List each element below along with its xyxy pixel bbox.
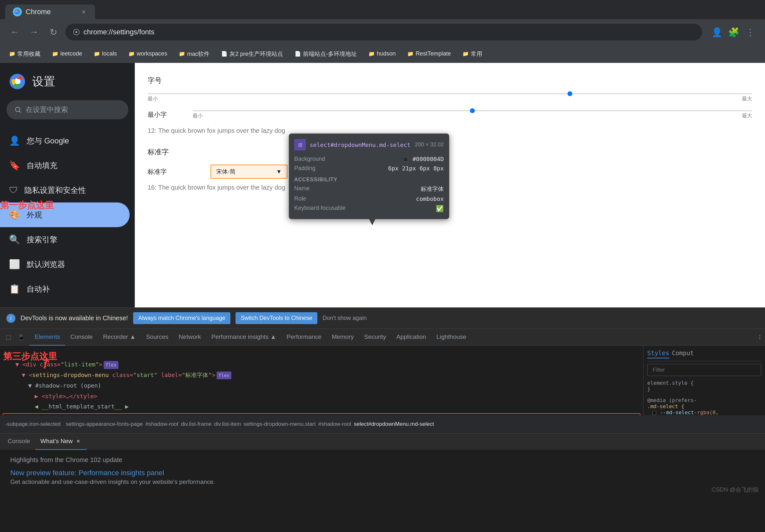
whats-new-feature: New preview feature: Performance insight… [10,469,755,485]
bookmark-item[interactable]: 📁 leetcode [49,49,85,58]
font-preview: 12: The quick brown fox jumps over the l… [148,127,752,135]
tooltip-accessibility-section: ACCESSIBILITY [294,177,444,183]
profile-button[interactable]: 👤 [710,25,724,39]
settings-page-title: 设置 [32,74,55,90]
min-label2: 最小 [193,113,203,119]
bookmark-item[interactable]: 📁 常用收藏 [6,49,43,59]
tooltip-padding-row: Padding 6px 21px 6px 8px [294,164,444,173]
nav-item-auto[interactable]: 📋 自动补 [0,276,135,301]
breadcrumb-item[interactable]: div.list-frame [181,421,212,427]
nav-bar: ← → ↻ chrome://settings/fonts 👤 🧩 ⋮ [0,19,765,45]
bookmark-item[interactable]: 📁 RestTemplate [404,49,453,58]
nav-label: 您与 Google [27,136,69,146]
breadcrumb-item[interactable]: #shadow-root [318,421,352,427]
font-select-dropdown[interactable]: 宋体-简 ▼ [211,165,288,179]
tooltip-element-icon: ⊞ [294,139,306,151]
tab-memory[interactable]: Memory [327,329,359,345]
tab-performance-insights[interactable]: Performance insights ▲ [206,329,282,345]
slider-container2: 最小 最大 [193,110,752,119]
devtools-more-btn[interactable]: ⋮ [757,334,762,340]
bookmarks-bar: 📁 常用收藏 📁 leetcode 📁 locals 📁 workspaces … [0,45,765,63]
tooltip-key-padding: Padding [294,165,316,172]
tab-close-button[interactable]: ✕ [75,438,82,444]
styles-tab-computed[interactable]: Comput [672,349,694,358]
tooltip-arrow [369,219,376,225]
bookmark-item[interactable]: 📁 hudson [366,49,398,58]
tab-sources[interactable]: Sources [141,329,174,345]
font-size-row: 最小 最大 [148,93,752,102]
settings-page-content: 字号 最小 最大 最小字 [135,63,765,307]
element-tooltip: ⊞ select#dropdownMenu.md-select 200 × 32… [289,134,449,219]
tooltip-key-bg: Background [294,156,325,162]
tab-network[interactable]: Network [174,329,206,345]
nav-item-google[interactable]: 👤 您与 Google [0,128,135,153]
switch-devtools-button[interactable]: Switch DevTools to Chinese [236,312,317,324]
reload-button[interactable]: ↻ [46,25,60,39]
active-tab[interactable]: Chrome ✕ [5,4,95,19]
devtools-panel: i DevTools is now available in Chinese! … [0,307,765,532]
forward-button[interactable]: → [27,25,41,39]
console-tab[interactable]: Console [3,433,35,450]
settings-nav: 👤 您与 Google 🔖 自动填充 🛡 隐私设置和安全性 🎨 外观 第一步点这… [0,126,135,304]
nav-item-search[interactable]: 🔍 搜索引擎 [0,227,135,252]
nav-item-privacy[interactable]: 🛡 隐私设置和安全性 [0,178,135,203]
breadcrumb-item[interactable]: #shadow-root [145,421,178,427]
device-toolbar-button[interactable]: 📱 [15,331,27,343]
filter-input[interactable] [650,365,758,374]
whats-new-tab[interactable]: What's New ✕ [35,433,87,450]
breadcrumb-item[interactable]: select#dropdownMenu.md-select [354,421,434,427]
tab-close-button[interactable]: ✕ [80,8,87,16]
styles-tab-styles[interactable]: Styles [647,349,669,358]
settings-header: 设置 [0,63,135,100]
tab-console[interactable]: Console [65,329,98,345]
breadcrumb-item[interactable]: div.list-item [214,421,241,427]
bookmark-item[interactable]: 📄 灰2 pre生产环境站点 [219,49,286,59]
tab-lighthouse[interactable]: Lighthouse [431,329,471,345]
nav-item-appearance[interactable]: 🎨 外观 第一步点这里 ↙ [0,203,130,227]
bookmark-item[interactable]: 📁 mac软件 [176,49,212,59]
whats-new-panel: Highlights from the Chrome 102 update Ne… [0,450,765,532]
tab-elements[interactable]: Elements [30,329,65,345]
always-match-button[interactable]: Always match Chrome's language [133,312,231,324]
breadcrumb-item[interactable]: settings-appearance-fonts-page [66,421,143,427]
tab-application[interactable]: Application [391,329,431,345]
nav-item-autofill[interactable]: 🔖 自动填充 [0,153,135,178]
inspect-element-button[interactable]: ⬚ [3,331,14,343]
bookmark-item[interactable]: 📁 locals [91,49,119,58]
code-line: ◀ __html_template_start__ ▶ [3,401,640,412]
menu-button[interactable]: ⋮ [743,25,757,39]
banner-text: DevTools is now available in Chinese! [21,314,128,322]
code-line: ▼ <settings-dropdown-menu class="start" … [3,370,640,380]
dots-menu[interactable]: ⋮ [3,348,640,359]
search-engine-icon: 🔍 [9,234,20,245]
privacy-icon: 🛡 [9,185,18,196]
settings-sidebar: 设置 👤 您与 Google 🔖 自动填充 🛡 隐私设置和安全性 [0,63,135,307]
breadcrumb-item[interactable]: -subpage.iron-selected [5,421,61,427]
color-swatch-small [652,411,656,415]
extensions-button[interactable]: 🧩 [726,25,741,39]
tab-performance[interactable]: Performance [282,329,327,345]
tab-security[interactable]: Security [359,329,391,345]
lock-icon [73,29,80,35]
bookmark-item[interactable]: 📁 常用 [460,49,485,59]
font-size-slider[interactable] [148,93,752,94]
tab-recorder[interactable]: Recorder ▲ [98,329,141,345]
min-font-slider[interactable] [193,110,752,111]
nav-item-default[interactable]: ⬜ 默认浏览器 [0,252,135,276]
settings-search-bar[interactable] [6,100,128,119]
watermark: CSDN @会飞的猫 [712,486,759,493]
bookmark-item[interactable]: 📁 workspaces [126,49,170,58]
devtools-icons: ⬚ 📱 [3,331,27,343]
tooltip-keyboard-row: Keyboard-focusable ✅ [294,204,444,214]
font-select-label: 标准字 [148,168,205,176]
breadcrumb-item[interactable]: settings-dropdown-menu.start [244,421,316,427]
settings-search-input[interactable] [26,106,121,114]
feature-title[interactable]: New preview feature: Performance insight… [10,469,755,477]
max-label: 最大 [742,96,752,102]
dont-show-again-button[interactable]: Don't show again [323,315,367,321]
bookmark-item[interactable]: 📄 前端站点-多环境地址 [292,49,360,59]
back-button[interactable]: ← [8,25,22,39]
tooltip-val-keyboard: ✅ [436,205,444,213]
address-bar[interactable]: chrome://settings/fonts [65,24,702,40]
tooltip-val-bg: #0000004D [403,156,444,162]
